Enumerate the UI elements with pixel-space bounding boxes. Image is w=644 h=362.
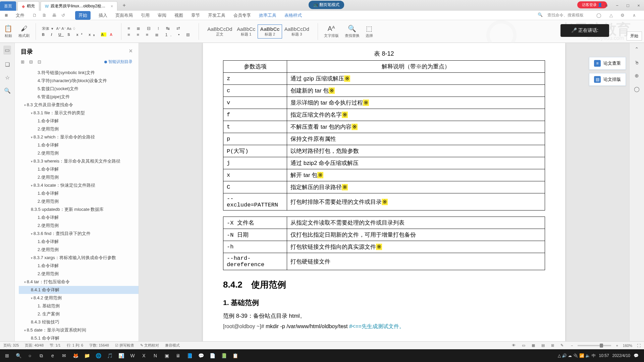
outline-expand-icon[interactable]: ⊞	[21, 59, 24, 64]
outline-item[interactable]: 2.使用范例	[19, 270, 139, 278]
outline-item[interactable]: 8.3.6 find：查找目录下的文件	[19, 230, 139, 238]
taskbar-app-icon[interactable]: 🖥	[173, 351, 183, 361]
style-gallery[interactable]: AaBbCcDd正文 AaBbCc标题 1 AaBbCc标题 2 AaBbCcD…	[205, 24, 312, 39]
taskbar-app-icon[interactable]: W	[127, 351, 138, 361]
taskbar-app-icon[interactable]: 📄	[207, 351, 217, 361]
outline-item[interactable]: 4.字符(character)/块(block)设备文件	[19, 77, 139, 85]
menu-layout[interactable]: 页面布局	[115, 12, 133, 18]
outline-item[interactable]: 8.3.3 whereis：显示命令及其相关文件全路径	[19, 157, 139, 165]
outline-item[interactable]: 8.4.3 经验技巧	[19, 318, 139, 326]
taskbar-app-icon[interactable]: 🔍	[13, 351, 23, 361]
bookmark-icon[interactable]: ☆	[5, 74, 10, 81]
taskbar-app-icon[interactable]: 🌐	[93, 351, 103, 361]
close-icon[interactable]: ×	[111, 4, 113, 9]
outline-item[interactable]: 8.4.2 使用范例	[19, 294, 139, 302]
outline-item[interactable]: 1.命令详解	[19, 262, 139, 270]
new-tab-button[interactable]: +	[120, 2, 128, 8]
status-spell[interactable]: ☑ 拼写检查	[115, 343, 134, 348]
search-icon[interactable]: 🔍	[4, 87, 11, 94]
outline-item[interactable]: 2. 生产案例	[19, 310, 139, 318]
hamburger-icon[interactable]: ≡	[5, 12, 8, 18]
open-sidebar-button[interactable]: 开始	[627, 32, 642, 41]
menu-reference[interactable]: 引用	[141, 12, 150, 18]
outline-item[interactable]: 2.使用范例	[19, 197, 139, 205]
outline-collapse-icon[interactable]: ⊟	[29, 59, 33, 64]
outline-close-icon[interactable]: ×	[129, 48, 132, 56]
outline-item[interactable]: 2.使用范例	[19, 149, 139, 157]
menu-start[interactable]: 开始	[75, 11, 91, 20]
zoom-value[interactable]: 160%	[623, 344, 632, 348]
system-tray[interactable]: △ 🔊 ☁ 🔌 📶 🔈 中 10:57 2022/4/10 💬	[558, 353, 642, 359]
window-maximize-icon[interactable]: □	[623, 1, 633, 10]
zoom-slider[interactable]	[578, 345, 611, 346]
status-docfix[interactable]: ✎ 文档校对	[140, 343, 159, 348]
menu-dev[interactable]: 开发工具	[208, 12, 225, 18]
outline-item[interactable]: 8.3.4 locate：快速定位文件路径	[19, 181, 139, 189]
notifications-icon[interactable]: 💬	[634, 353, 639, 358]
outline-item[interactable]: 3.符号链接(symbolic link)文件	[19, 69, 139, 77]
outline-item[interactable]: 8.3.1 file：显示文件的类型	[19, 109, 139, 117]
text-layout-button[interactable]: Aᴬ文字排版	[324, 24, 339, 38]
outline-level-icon[interactable]: ⊡	[38, 59, 41, 64]
outline-item[interactable]: 2.使用范例	[19, 125, 139, 133]
help-icon[interactable]: ◯	[634, 86, 640, 92]
format-brush-button[interactable]: 🖌格式刷	[18, 25, 30, 38]
taskbar-app-icon[interactable]: ✉	[59, 351, 69, 361]
thumbs-icon[interactable]: ❏	[5, 61, 10, 68]
menu-extra-icons[interactable]: ◯ △ ⚙ ∧	[596, 13, 639, 18]
add-icon[interactable]: ⊕	[635, 73, 639, 79]
outline-item[interactable]: 1.命令详解	[19, 141, 139, 149]
outline-icon[interactable]: ▭	[3, 46, 11, 55]
outline-item[interactable]: 2.使用范例	[19, 246, 139, 254]
paper-check-card[interactable]: ≡论文查重	[589, 57, 626, 70]
taskbar-app-icon[interactable]: ⧉	[36, 351, 46, 361]
select-button[interactable]: ⬚选择	[366, 24, 373, 38]
menu-quick-icons[interactable]: 🗋 🗎 🖶 ↺	[33, 13, 67, 18]
smart-outline-toggle[interactable]: 智能识别目录	[104, 59, 132, 65]
window-close-icon[interactable]: ×	[633, 1, 644, 10]
window-minimize-icon[interactable]: −	[612, 1, 623, 10]
outline-item[interactable]: 1.命令详解	[19, 238, 139, 246]
search-box[interactable]: 🔍 查找命令、搜索模板	[538, 12, 584, 18]
taskbar-app-icon[interactable]: 💬	[196, 351, 206, 361]
taskbar-app-icon[interactable]: 📊	[116, 351, 126, 361]
taskbar-app-icon[interactable]: ⊞	[2, 351, 12, 361]
outline-item[interactable]: 1.命令详解	[19, 165, 139, 173]
menu-section[interactable]: 章节	[191, 12, 200, 18]
outline-item[interactable]: 5.套接口(socket)文件	[19, 85, 139, 93]
taskbar-app-icon[interactable]: 📗	[219, 351, 229, 361]
menu-file[interactable]: 文件	[16, 12, 24, 18]
paper-layout-card[interactable]: ▤论文排版	[589, 73, 626, 86]
tab-home[interactable]: 首页	[0, 1, 16, 11]
zoom-in-icon[interactable]: +	[616, 344, 618, 348]
zoom-out-icon[interactable]: −	[571, 344, 573, 348]
taskbar-app-icon[interactable]: N	[150, 351, 160, 361]
menu-view[interactable]: 视图	[174, 12, 183, 18]
menu-insert[interactable]: 插入	[99, 12, 107, 18]
presenter-mode-pill[interactable]: 📺 翻页笔模式	[309, 1, 344, 9]
taskbar-app-icon[interactable]: 📋	[230, 351, 240, 361]
tab-doc-1[interactable]: ◆稻壳	[17, 1, 39, 11]
outline-item[interactable]: 1.命令详解	[19, 117, 139, 125]
view-mode-icons[interactable]: 👁 ▭ ▦ ▤ ⊞ ✎	[512, 343, 566, 348]
outline-item[interactable]: 2.使用范例	[19, 222, 139, 230]
outline-item[interactable]: 2.使用范例	[19, 173, 139, 181]
taskbar-app-icon[interactable]: ▣	[162, 351, 172, 361]
outline-item[interactable]: 1.命令详解	[19, 189, 139, 197]
outline-item[interactable]: 8.3 文件及目录查找命令	[19, 101, 139, 109]
taskbar-app-icon[interactable]: 📘	[184, 351, 195, 361]
font-controls[interactable]: 宋体 ▾ A⁺ A⁻ Aa ♢ B I U S x² x₂ A A	[42, 26, 115, 37]
menu-efficiency[interactable]: 效率工具	[259, 12, 276, 18]
outline-item[interactable]: 8.4.1 命令详解	[19, 286, 139, 294]
menu-vip[interactable]: 会员专享	[233, 12, 251, 18]
tab-doc-2[interactable]: W跟老男孩学linux…oldboy2校…×	[41, 1, 117, 11]
collapse-icon[interactable]: ⌃	[635, 46, 639, 52]
menu-table-style[interactable]: 表格样式	[284, 12, 302, 18]
outline-item[interactable]: 1. 基础范例	[19, 302, 139, 310]
outline-item[interactable]: 8.3.2 which：显示命令的全路径	[19, 133, 139, 141]
paste-button[interactable]: 📋粘贴	[4, 24, 12, 38]
outline-item[interactable]: 6.管道(pipe)文件	[19, 93, 139, 101]
find-replace-button[interactable]: 🔍查找替换	[345, 24, 360, 38]
fullscreen-icon[interactable]: ⛶	[637, 344, 641, 348]
outline-item[interactable]: 1.命令详解	[19, 214, 139, 222]
